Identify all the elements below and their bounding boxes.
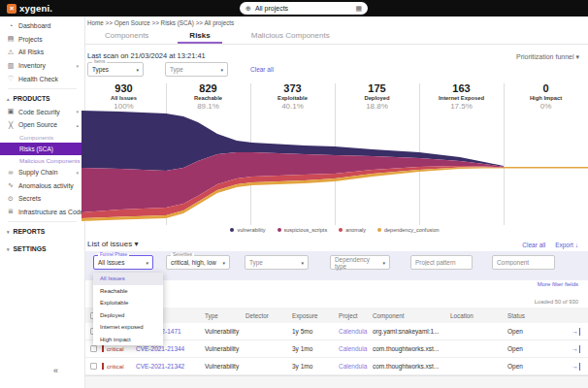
col-status: Status [507, 312, 555, 319]
more-filter-fields-link[interactable]: More filter fields [538, 281, 578, 287]
section-label: REPORTS [14, 228, 46, 235]
section-label: SETTINGS [14, 245, 47, 252]
list-of-issues-title[interactable]: List of issues ▾ [87, 240, 139, 248]
export-link[interactable]: Export ↓ [555, 242, 578, 248]
sidebar-item-label: Inventory [18, 62, 46, 69]
col-exposure: Exposure [292, 312, 339, 319]
sidebar-item-label: Health Check [18, 76, 58, 82]
logo-icon: × [7, 4, 16, 14]
logo-text: xygeni. [19, 3, 52, 14]
legend-label: vulnerability [237, 227, 265, 233]
items-types-select[interactable]: Items Types ▾ [87, 62, 144, 77]
menu-item-exploitable[interactable]: Exploitable [93, 297, 163, 309]
project-link[interactable]: Calendula [339, 363, 367, 370]
select-floating-label: Severities [171, 253, 194, 258]
open-issue-icon[interactable]: → [572, 363, 580, 371]
section-label: PRODUCTS [14, 95, 50, 102]
next-row-partial [85, 375, 588, 388]
status-badge: Open [507, 363, 555, 370]
funnel-phase-dropdown-menu: All Issues Reachable Exploitable Deploye… [93, 273, 163, 345]
stage-label: High Impact [504, 95, 588, 101]
sidebar-item-risks-sca-active[interactable]: Risks (SCA) [0, 143, 84, 155]
sidebar-item-label: Projects [18, 36, 43, 43]
sidebar-divider [8, 221, 77, 222]
sidebar-item-health-check[interactable]: ♡ Health Check [0, 72, 84, 85]
menu-item-reachable[interactable]: Reachable [93, 285, 163, 298]
col-project: Project [339, 312, 373, 319]
project-pattern-input[interactable] [410, 255, 473, 270]
sidebar-item-code-security[interactable]: ▣ Code Security ▾ [0, 106, 84, 119]
col-location: Location [450, 312, 507, 319]
sidebar-item-label: Supply Chain [18, 169, 57, 176]
row-checkbox[interactable] [90, 363, 97, 370]
row-checkbox[interactable] [90, 345, 97, 352]
tab-risks[interactable]: Risks [178, 28, 221, 44]
status-badge: Open [507, 328, 555, 335]
sidebar-item-label: Infrastructure as Code [18, 209, 83, 215]
menu-item-high-impact[interactable]: High impact [93, 334, 163, 346]
legend-label: suspicious_scripts [284, 227, 328, 233]
all-risks-icon: ⚠ [7, 48, 15, 56]
cell-component: com.thoughtworks.xst... [373, 345, 450, 352]
clear-all-link[interactable]: Clear all [250, 66, 274, 73]
sidebar-item-components[interactable]: Components [0, 132, 84, 143]
menu-item-internet-exposed[interactable]: Internet exposed [93, 321, 163, 334]
chart-legend: vulnerability suspicious_scripts anomaly… [82, 227, 588, 233]
export-label: Export [555, 242, 573, 248]
collapse-sidebar-button[interactable]: « [53, 366, 58, 375]
sidebar-item-supply-chain[interactable]: ∞ Supply Chain ▾ [0, 166, 84, 179]
chevron-down-icon: ▾ [136, 67, 139, 73]
stage-value: 829 [166, 82, 250, 94]
globe-icon: ⊕ [245, 5, 251, 13]
sidebar-item-anomalous-activity[interactable]: ∿ Anomalous activity [0, 178, 84, 192]
project-selector[interactable]: ⊕ All projects ▦ [240, 2, 368, 15]
prioritization-funnel-selector[interactable]: Prioritization funnel ▾ [516, 53, 579, 61]
select-floating-label: Items [92, 60, 107, 65]
stage-label: Deployed [335, 95, 419, 101]
cell-exposure: 3y 1mo [292, 345, 339, 352]
dashboard-icon: ◔ [7, 22, 15, 29]
tab-malicious-components[interactable]: Malicious Components [240, 28, 342, 44]
tab-components[interactable]: Components [93, 28, 160, 44]
sidebar-item-all-risks[interactable]: ⚠ All Risks [0, 46, 84, 59]
breadcrumb[interactable]: Home >> Open Source >> Risks (SCA) >> Al… [87, 19, 234, 26]
sidebar-item-malicious-components[interactable]: Malicious Components [0, 155, 84, 166]
issues-clear-all-link[interactable]: Clear all [522, 242, 545, 248]
project-link[interactable]: Calendula [339, 328, 367, 335]
iac-icon: ≣ [7, 208, 15, 215]
open-issue-icon[interactable]: → [572, 345, 580, 353]
tab-bar: Components Risks Malicious Components [85, 28, 588, 45]
sidebar-item-secrets[interactable]: ⊙ Secrets [0, 192, 84, 206]
sidebar-item-projects[interactable]: ▤ Projects [0, 33, 84, 47]
col-detector: Detector [245, 312, 292, 319]
sidebar-item-inventory[interactable]: ▥ Inventory ▾ [0, 59, 84, 73]
menu-item-deployed[interactable]: Deployed [93, 309, 163, 322]
project-link[interactable]: Calendula [339, 345, 367, 352]
cve-link[interactable]: CVE-2021-21342 [136, 363, 184, 370]
open-issue-icon[interactable]: → [572, 328, 580, 336]
issues-type-select[interactable]: Type ▾ [245, 255, 309, 270]
type-select[interactable]: Type ▾ [165, 62, 228, 77]
funnel-phase-select[interactable]: Funnel Phase All Issues ▾ [93, 255, 153, 270]
sidebar: ◔ Dashboard ▤ Projects ⚠ All Risks ▥ Inv… [0, 16, 85, 388]
stage-value: 930 [82, 82, 166, 94]
severity-badge: critical [102, 363, 124, 370]
stage-label: All Issues [82, 95, 166, 101]
severities-select[interactable]: Severities critical, high, low ▾ [166, 255, 230, 270]
sidebar-item-dashboard[interactable]: ◔ Dashboard [0, 19, 84, 33]
select-value: critical, high, low [171, 259, 216, 266]
dependency-type-select[interactable]: Dependency type ▾ [330, 255, 390, 270]
sidebar-section-settings[interactable]: ▾ SETTINGS [0, 242, 84, 256]
sidebar-item-open-source[interactable]: ╳ Open Source ▴ [0, 118, 84, 132]
sidebar-item-label: Secrets [18, 195, 41, 202]
cve-link[interactable]: CVE-2021-21344 [136, 345, 184, 352]
sidebar-section-products[interactable]: ▴ PRODUCTS [0, 92, 84, 106]
sidebar-item-infrastructure-as-code[interactable]: ≣ Infrastructure as Code [0, 206, 84, 219]
select-placeholder: Type [249, 259, 263, 266]
export-icon: ↓ [575, 242, 578, 248]
menu-item-all-issues[interactable]: All Issues [93, 273, 163, 285]
legend-item-vulnerability: vulnerability [230, 227, 265, 233]
sidebar-section-reports[interactable]: ▾ REPORTS [0, 225, 84, 239]
prioritization-label: Prioritization funnel [516, 53, 574, 60]
component-input[interactable] [492, 255, 555, 270]
